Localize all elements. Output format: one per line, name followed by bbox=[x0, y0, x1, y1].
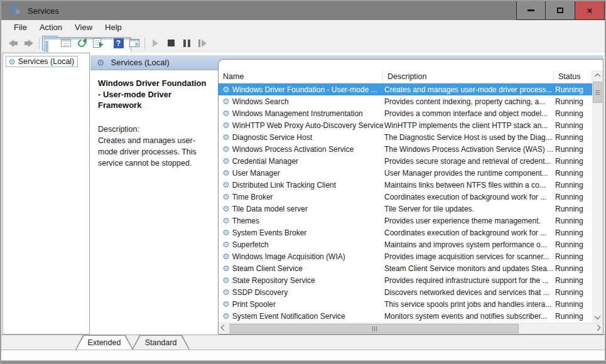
view-tabs-row: Extended Standard bbox=[1, 335, 605, 350]
window-title: Services bbox=[28, 6, 59, 16]
selected-service-title: Windows Driver Foundation - User-mode Dr… bbox=[98, 78, 209, 111]
close-button[interactable]: × bbox=[575, 1, 605, 20]
vertical-scrollbar[interactable] bbox=[592, 70, 603, 323]
service-row[interactable]: ⚙ System Events Broker Coordinates execu… bbox=[219, 227, 592, 238]
refresh-button[interactable] bbox=[73, 36, 89, 50]
service-row[interactable]: ⚙ System Event Notification Service Moni… bbox=[219, 310, 592, 322]
service-description: Provides a common interface and object m… bbox=[383, 109, 554, 118]
service-gear-icon: ⚙ bbox=[222, 121, 230, 129]
start-service-button[interactable] bbox=[148, 36, 163, 50]
service-info-pane: Windows Driver Foundation - User-mode Dr… bbox=[90, 70, 218, 335]
service-gear-icon: ⚙ bbox=[222, 181, 230, 189]
service-description: Maintains and improves system performanc… bbox=[383, 240, 554, 249]
pause-service-button[interactable] bbox=[179, 36, 195, 50]
service-name: Windows Management Instrumentation bbox=[232, 109, 363, 118]
menu-action[interactable]: Action bbox=[33, 21, 68, 33]
tab-standard[interactable]: Standard bbox=[132, 335, 190, 350]
horizontal-scroll-thumb[interactable] bbox=[230, 324, 519, 333]
service-name: Windows Image Acquisition (WIA) bbox=[232, 252, 345, 261]
help-icon: ? bbox=[114, 38, 124, 48]
service-name: Steam Client Service bbox=[232, 264, 303, 273]
service-row[interactable]: ⚙ Print Spooler This service spools prin… bbox=[219, 298, 592, 310]
service-gear-icon: ⚙ bbox=[222, 97, 230, 105]
service-row[interactable]: ⚙ SSDP Discovery Discovers networked dev… bbox=[219, 286, 592, 298]
service-row[interactable]: ⚙ Superfetch Maintains and improves syst… bbox=[219, 238, 592, 250]
service-row[interactable]: ⚙ State Repository Service Provides requ… bbox=[219, 274, 592, 286]
service-gear-icon: ⚙ bbox=[222, 193, 230, 201]
window-controls: × bbox=[516, 1, 605, 20]
scroll-down-button[interactable] bbox=[592, 312, 603, 323]
menu-help[interactable]: Help bbox=[99, 21, 128, 33]
service-row[interactable]: ⚙ Windows Process Activation Service The… bbox=[219, 143, 592, 155]
service-row[interactable]: ⚙ Windows Image Acquisition (WIA) Provid… bbox=[219, 250, 592, 262]
vertical-scroll-thumb[interactable] bbox=[593, 82, 602, 103]
services-list-pane: Name Description Status ⚙ Windows Driver… bbox=[218, 59, 603, 335]
service-row[interactable]: ⚙ WinHTTP Web Proxy Auto-Discovery Servi… bbox=[219, 119, 592, 131]
export-list-button[interactable] bbox=[89, 36, 105, 50]
service-name: Windows Process Activation Service bbox=[232, 145, 354, 154]
scroll-left-button[interactable] bbox=[219, 323, 229, 334]
service-name: Distributed Link Tracking Client bbox=[232, 181, 336, 190]
scroll-up-button[interactable] bbox=[592, 70, 603, 81]
title-bar[interactable]: ⚙ ⚙ Services × bbox=[1, 1, 605, 20]
column-header-description[interactable]: Description bbox=[383, 70, 554, 83]
service-row[interactable]: ⚙ Windows Search Provides content indexi… bbox=[219, 95, 592, 107]
service-description: Monitors system events and notifies subs… bbox=[383, 312, 554, 321]
column-header-status[interactable]: Status bbox=[554, 70, 592, 83]
show-action-pane-button[interactable] bbox=[126, 36, 142, 50]
help-button[interactable]: ? bbox=[111, 36, 126, 50]
service-status: Running bbox=[554, 288, 592, 297]
service-gear-icon: ⚙ bbox=[222, 312, 230, 320]
console-tree-panel: ⚙ Services (Local) bbox=[3, 53, 90, 335]
service-row[interactable]: ⚙ User Manager User Manager provides the… bbox=[219, 167, 592, 179]
start-service-icon bbox=[153, 40, 158, 47]
service-gear-icon: ⚙ bbox=[97, 58, 105, 67]
service-gear-icon: ⚙ bbox=[222, 228, 230, 237]
service-row[interactable]: ⚙ Windows Driver Foundation - User-mode … bbox=[219, 83, 592, 95]
service-row[interactable]: ⚙ Distributed Link Tracking Client Maint… bbox=[219, 179, 592, 191]
service-description: Coordinates execution of background work… bbox=[383, 228, 554, 237]
show-console-tree-button[interactable] bbox=[42, 36, 58, 50]
menu-bar: File Action View Help bbox=[1, 20, 605, 35]
tab-extended[interactable]: Extended bbox=[75, 335, 133, 350]
forward-button[interactable] bbox=[21, 36, 36, 50]
stop-service-button[interactable] bbox=[163, 36, 179, 50]
service-gear-icon: ⚙ bbox=[222, 169, 230, 177]
service-row[interactable]: ⚙ Windows Management Instrumentation Pro… bbox=[219, 107, 592, 119]
service-row[interactable]: ⚙ Themes Provides user experience theme … bbox=[219, 215, 592, 227]
service-gear-icon: ⚙ bbox=[222, 252, 230, 260]
service-row[interactable]: ⚙ Tile Data model server Tile Server for… bbox=[219, 203, 592, 215]
service-gear-icon: ⚙ bbox=[222, 133, 230, 141]
service-status: Running bbox=[554, 145, 592, 154]
service-row[interactable]: ⚙ Diagnostic Service Host The Diagnostic… bbox=[219, 131, 592, 143]
services-gear-icon: ⚙ ⚙ bbox=[9, 4, 23, 17]
properties-button[interactable] bbox=[58, 36, 73, 50]
properties-icon bbox=[61, 39, 71, 47]
service-row[interactable]: ⚙ Steam Client Service Steam Client Serv… bbox=[219, 262, 592, 274]
service-description: Provides required infrastructure support… bbox=[383, 276, 554, 285]
service-name: Superfetch bbox=[232, 240, 269, 249]
minimize-button[interactable] bbox=[516, 1, 546, 20]
service-name: State Repository Service bbox=[232, 276, 315, 285]
horizontal-scrollbar[interactable] bbox=[219, 323, 603, 334]
close-icon: × bbox=[587, 6, 593, 15]
back-button[interactable] bbox=[5, 36, 21, 50]
column-header-name[interactable]: Name bbox=[219, 70, 383, 83]
restart-service-button[interactable] bbox=[195, 36, 210, 50]
service-row[interactable]: ⚙ Credential Manager Provides secure sto… bbox=[219, 155, 592, 167]
service-description: Maintains links between NTFS files withi… bbox=[383, 181, 554, 190]
service-row[interactable]: ⚙ Time Broker Coordinates execution of b… bbox=[219, 191, 592, 203]
sidebar-item-services-local[interactable]: ⚙ Services (Local) bbox=[6, 56, 78, 67]
menu-view[interactable]: View bbox=[68, 21, 99, 33]
service-gear-icon: ⚙ bbox=[222, 145, 230, 153]
maximize-button[interactable] bbox=[546, 1, 575, 20]
scroll-right-button[interactable] bbox=[592, 323, 603, 334]
service-status: Running bbox=[554, 228, 592, 237]
services-table: ⚙ Windows Driver Foundation - User-mode … bbox=[219, 83, 592, 323]
panel-header-title: Services (Local) bbox=[111, 58, 170, 67]
menu-file[interactable]: File bbox=[8, 21, 33, 33]
service-status: Running bbox=[554, 181, 592, 190]
service-gear-icon: ⚙ bbox=[222, 276, 230, 284]
service-status: Running bbox=[554, 217, 592, 225]
tab-extended-label: Extended bbox=[77, 336, 133, 350]
